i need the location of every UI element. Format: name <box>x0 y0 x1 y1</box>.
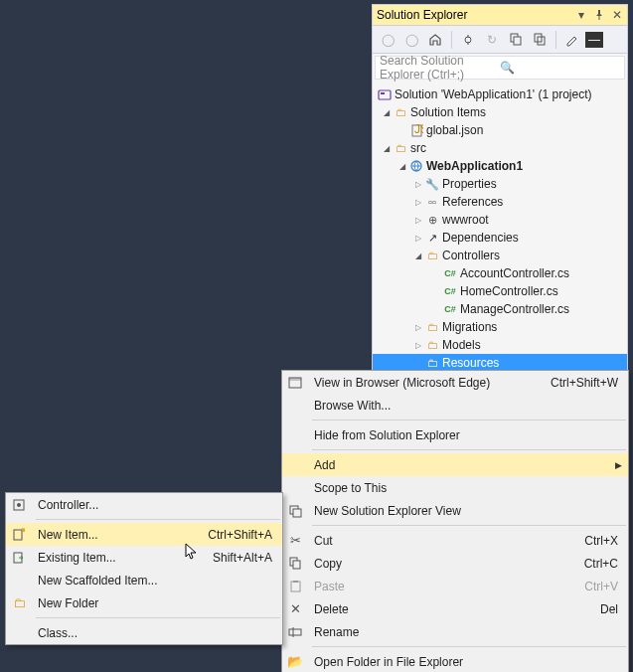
expand-icon[interactable] <box>412 198 424 207</box>
sync-icon[interactable] <box>457 29 479 51</box>
svg-text:*: * <box>21 528 26 537</box>
pin-icon[interactable] <box>593 9 605 21</box>
menu-item[interactable]: Browse With... <box>282 394 628 417</box>
menu-item[interactable]: ✕DeleteDel <box>282 597 628 620</box>
cs-icon: C# <box>442 283 458 299</box>
svg-rect-15 <box>293 561 300 569</box>
show-all-icon[interactable] <box>529 29 551 51</box>
dropdown-icon[interactable]: ▾ <box>575 9 587 21</box>
svg-rect-17 <box>293 581 298 583</box>
menu-item[interactable]: Existing Item...Shift+Alt+A <box>6 546 282 569</box>
menu-label: Hide from Solution Explorer <box>308 428 628 442</box>
svg-rect-18 <box>289 629 301 635</box>
file-node[interactable]: C#ManageController.cs <box>377 300 627 318</box>
properties-icon[interactable] <box>561 29 583 51</box>
solution-items-node[interactable]: 🗀 Solution Items <box>377 103 627 121</box>
ctrl-icon <box>6 498 32 512</box>
paste-icon <box>282 580 308 592</box>
menu-label: Controller... <box>32 498 282 512</box>
menu-item[interactable]: Controller... <box>6 493 282 516</box>
forward-icon[interactable]: ◯ <box>400 29 422 51</box>
menu-label: New Folder <box>32 596 282 610</box>
expand-icon[interactable] <box>381 108 393 117</box>
search-box[interactable]: Search Solution Explorer (Ctrl+;) 🔍 <box>375 56 625 80</box>
menu-label: New Solution Explorer View <box>308 504 628 518</box>
search-placeholder: Search Solution Explorer (Ctrl+;) <box>380 54 500 82</box>
menu-separator <box>312 420 626 420</box>
home-icon[interactable] <box>424 29 446 51</box>
menu-item[interactable]: Scope to This <box>282 476 628 499</box>
svg-rect-16 <box>291 582 300 591</box>
back-icon[interactable]: ◯ <box>377 29 398 51</box>
wrench-icon: 🔧 <box>424 176 440 192</box>
openf-icon: 📂 <box>282 654 308 669</box>
file-node[interactable]: C#HomeController.cs <box>377 282 627 300</box>
menu-item[interactable]: Rename <box>282 620 628 643</box>
menu-label: Rename <box>308 625 628 639</box>
svg-rect-6 <box>381 92 385 94</box>
expand-icon[interactable] <box>396 162 408 171</box>
project-node[interactable]: WebApplication1 <box>377 157 627 175</box>
menu-item[interactable]: 🗀New Folder <box>6 591 282 614</box>
tree: Solution 'WebApplication1' (1 project) 🗀… <box>373 82 627 372</box>
menu-item[interactable]: 📂Open Folder in File Explorer <box>282 650 628 672</box>
panel-titlebar[interactable]: Solution Explorer ▾ ✕ <box>373 5 627 26</box>
collapse-icon[interactable] <box>505 29 527 51</box>
menu-item[interactable]: Hide from Solution Explorer <box>282 423 628 446</box>
dependencies-node[interactable]: ↗ Dependencies <box>377 229 627 247</box>
cs-icon: C# <box>442 265 458 281</box>
menu-item[interactable]: New Scaffolded Item... <box>6 569 282 591</box>
expand-icon[interactable] <box>412 323 424 332</box>
expand-icon[interactable] <box>381 144 393 153</box>
expand-icon[interactable] <box>412 234 424 243</box>
wwwroot-node[interactable]: ⊕ wwwroot <box>377 211 627 229</box>
expand-icon[interactable] <box>412 341 424 350</box>
expand-icon[interactable] <box>412 180 424 189</box>
menu-shortcut: Ctrl+Shift+A <box>208 528 282 542</box>
solution-node[interactable]: Solution 'WebApplication1' (1 project) <box>377 85 627 103</box>
browser-icon <box>282 376 308 390</box>
refresh-icon[interactable]: ↻ <box>481 29 503 51</box>
models-node[interactable]: 🗀 Models <box>377 336 627 354</box>
menu-shortcut: Shift+Alt+A <box>213 551 282 565</box>
menu-separator <box>312 646 626 647</box>
json-icon: JS <box>408 122 424 138</box>
menu-item[interactable]: Add▶ <box>282 453 628 476</box>
menu-separator <box>312 449 626 450</box>
menu-item[interactable]: *New Item...Ctrl+Shift+A <box>6 523 282 546</box>
copy-icon <box>282 557 308 570</box>
references-node[interactable]: ▫▫ References <box>377 193 627 211</box>
menu-item[interactable]: ✂CutCtrl+X <box>282 529 628 552</box>
svg-rect-11 <box>289 378 301 381</box>
menu-item: PasteCtrl+V <box>282 575 628 597</box>
folder-icon: 🗀 <box>424 248 440 263</box>
folder-icon: 🗀 <box>424 337 440 353</box>
cut-icon: ✂ <box>282 533 308 548</box>
properties-node[interactable]: 🔧 Properties <box>377 175 627 193</box>
context-menu: View in Browser (Microsoft Edge)Ctrl+Shi… <box>281 370 629 672</box>
src-node[interactable]: 🗀 src <box>377 139 627 157</box>
migrations-node[interactable]: 🗀 Migrations <box>377 318 627 336</box>
svg-rect-13 <box>293 509 301 517</box>
global-json-node[interactable]: JS global.json <box>377 121 627 139</box>
menu-label: Copy <box>308 557 584 571</box>
expand-icon[interactable] <box>412 216 424 225</box>
globe-icon: ⊕ <box>424 212 440 228</box>
file-node[interactable]: C#AccountController.cs <box>377 264 627 282</box>
menu-separator <box>36 617 280 618</box>
menu-label: New Item... <box>32 528 208 542</box>
preview-icon[interactable]: — <box>585 32 603 48</box>
expand-icon[interactable] <box>412 252 424 260</box>
folder-icon: 🗀 <box>393 104 408 120</box>
menu-item[interactable]: CopyCtrl+C <box>282 552 628 575</box>
svg-text:JS: JS <box>414 124 423 136</box>
controllers-node[interactable]: 🗀 Controllers <box>377 247 627 264</box>
panel-title: Solution Explorer <box>377 5 467 25</box>
menu-item[interactable]: New Solution Explorer View <box>282 499 628 522</box>
menu-item[interactable]: View in Browser (Microsoft Edge)Ctrl+Shi… <box>282 371 628 394</box>
newfolder-icon: 🗀 <box>6 595 32 610</box>
submenu-arrow-icon: ▶ <box>615 460 622 470</box>
menu-label: Scope to This <box>308 481 628 495</box>
menu-item[interactable]: Class... <box>6 621 282 644</box>
close-icon[interactable]: ✕ <box>611 9 623 21</box>
